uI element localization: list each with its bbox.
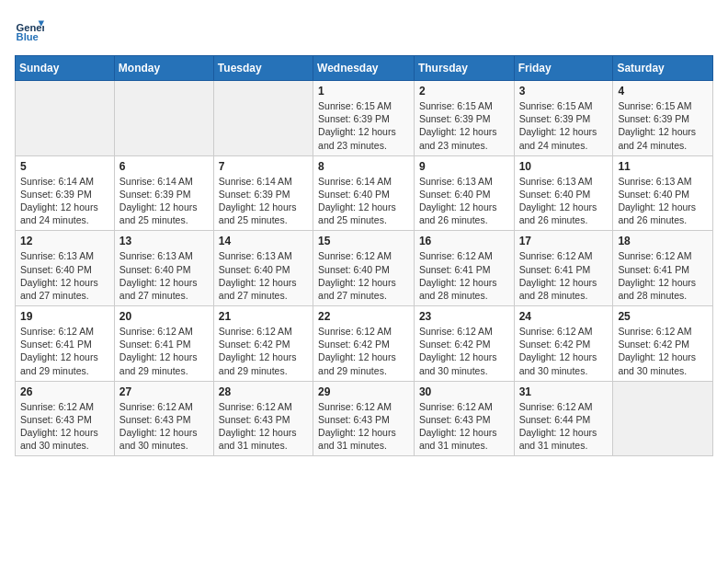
day-cell: 30Sunrise: 6:12 AM Sunset: 6:43 PM Dayli… — [414, 381, 514, 456]
day-info: Sunrise: 6:13 AM Sunset: 6:40 PM Dayligh… — [618, 175, 708, 227]
weekday-header-monday: Monday — [114, 56, 213, 81]
weekday-header-thursday: Thursday — [414, 56, 514, 81]
day-info: Sunrise: 6:12 AM Sunset: 6:44 PM Dayligh… — [519, 400, 609, 453]
day-cell: 29Sunrise: 6:12 AM Sunset: 6:43 PM Dayli… — [313, 381, 415, 456]
day-info: Sunrise: 6:14 AM Sunset: 6:40 PM Dayligh… — [318, 175, 409, 227]
day-number: 23 — [419, 310, 509, 323]
day-cell: 8Sunrise: 6:14 AM Sunset: 6:40 PM Daylig… — [313, 155, 415, 231]
day-number: 22 — [318, 310, 409, 323]
day-number: 7 — [219, 160, 308, 173]
page-header: General Blue — [15, 15, 713, 44]
day-number: 14 — [219, 235, 308, 247]
day-number: 18 — [618, 235, 708, 247]
day-info: Sunrise: 6:15 AM Sunset: 6:39 PM Dayligh… — [618, 99, 708, 152]
weekday-row: SundayMondayTuesdayWednesdayThursdayFrid… — [16, 56, 713, 81]
day-cell: 26Sunrise: 6:12 AM Sunset: 6:43 PM Dayli… — [16, 381, 115, 456]
day-number: 11 — [618, 160, 708, 173]
day-cell: 28Sunrise: 6:12 AM Sunset: 6:43 PM Dayli… — [213, 381, 313, 456]
day-cell: 10Sunrise: 6:13 AM Sunset: 6:40 PM Dayli… — [514, 155, 613, 231]
day-cell: 31Sunrise: 6:12 AM Sunset: 6:44 PM Dayli… — [514, 381, 613, 456]
day-info: Sunrise: 6:12 AM Sunset: 6:41 PM Dayligh… — [20, 325, 109, 377]
week-row-5: 26Sunrise: 6:12 AM Sunset: 6:43 PM Dayli… — [16, 381, 713, 456]
weekday-header-sunday: Sunday — [16, 56, 115, 81]
week-row-4: 19Sunrise: 6:12 AM Sunset: 6:41 PM Dayli… — [16, 306, 713, 382]
week-row-2: 5Sunrise: 6:14 AM Sunset: 6:39 PM Daylig… — [16, 155, 713, 231]
day-info: Sunrise: 6:12 AM Sunset: 6:43 PM Dayligh… — [219, 400, 308, 453]
day-info: Sunrise: 6:15 AM Sunset: 6:39 PM Dayligh… — [318, 99, 409, 152]
day-number: 15 — [318, 235, 409, 247]
logo-icon: General Blue — [15, 15, 44, 44]
day-cell: 4Sunrise: 6:15 AM Sunset: 6:39 PM Daylig… — [613, 81, 713, 156]
week-row-3: 12Sunrise: 6:13 AM Sunset: 6:40 PM Dayli… — [16, 231, 713, 306]
day-cell: 21Sunrise: 6:12 AM Sunset: 6:42 PM Dayli… — [213, 306, 313, 382]
day-cell: 20Sunrise: 6:12 AM Sunset: 6:41 PM Dayli… — [114, 306, 213, 382]
day-info: Sunrise: 6:12 AM Sunset: 6:42 PM Dayligh… — [519, 325, 609, 377]
svg-text:Blue: Blue — [17, 31, 39, 42]
day-info: Sunrise: 6:12 AM Sunset: 6:43 PM Dayligh… — [20, 400, 109, 453]
day-cell: 13Sunrise: 6:13 AM Sunset: 6:40 PM Dayli… — [114, 231, 213, 306]
day-info: Sunrise: 6:14 AM Sunset: 6:39 PM Dayligh… — [119, 175, 209, 227]
day-number: 16 — [419, 235, 509, 247]
day-number: 13 — [119, 235, 209, 247]
day-number: 6 — [119, 160, 209, 173]
day-info: Sunrise: 6:12 AM Sunset: 6:42 PM Dayligh… — [419, 325, 509, 377]
day-cell: 12Sunrise: 6:13 AM Sunset: 6:40 PM Dayli… — [16, 231, 115, 306]
weekday-header-tuesday: Tuesday — [213, 56, 313, 81]
day-cell: 14Sunrise: 6:13 AM Sunset: 6:40 PM Dayli… — [213, 231, 313, 306]
day-info: Sunrise: 6:14 AM Sunset: 6:39 PM Dayligh… — [219, 175, 308, 227]
day-cell: 15Sunrise: 6:12 AM Sunset: 6:40 PM Dayli… — [313, 231, 415, 306]
day-number: 12 — [20, 235, 109, 247]
day-number: 29 — [318, 385, 409, 398]
day-info: Sunrise: 6:14 AM Sunset: 6:39 PM Dayligh… — [20, 175, 109, 227]
day-cell: 25Sunrise: 6:12 AM Sunset: 6:42 PM Dayli… — [613, 306, 713, 382]
day-number: 17 — [519, 235, 609, 247]
day-cell: 27Sunrise: 6:12 AM Sunset: 6:43 PM Dayli… — [114, 381, 213, 456]
calendar-header: SundayMondayTuesdayWednesdayThursdayFrid… — [16, 56, 713, 81]
day-info: Sunrise: 6:13 AM Sunset: 6:40 PM Dayligh… — [519, 175, 609, 227]
day-number: 27 — [119, 385, 209, 398]
day-number: 26 — [20, 385, 109, 398]
day-number: 25 — [618, 310, 708, 323]
day-info: Sunrise: 6:12 AM Sunset: 6:41 PM Dayligh… — [119, 325, 209, 377]
day-cell: 18Sunrise: 6:12 AM Sunset: 6:41 PM Dayli… — [613, 231, 713, 306]
day-cell — [613, 381, 713, 456]
day-info: Sunrise: 6:12 AM Sunset: 6:43 PM Dayligh… — [419, 400, 509, 453]
day-number: 21 — [219, 310, 308, 323]
weekday-header-wednesday: Wednesday — [313, 56, 415, 81]
day-number: 8 — [318, 160, 409, 173]
day-info: Sunrise: 6:15 AM Sunset: 6:39 PM Dayligh… — [419, 99, 509, 152]
day-info: Sunrise: 6:13 AM Sunset: 6:40 PM Dayligh… — [219, 249, 308, 302]
day-cell: 16Sunrise: 6:12 AM Sunset: 6:41 PM Dayli… — [414, 231, 514, 306]
day-number: 5 — [20, 160, 109, 173]
day-cell — [114, 81, 213, 156]
day-info: Sunrise: 6:13 AM Sunset: 6:40 PM Dayligh… — [119, 249, 209, 302]
day-cell: 6Sunrise: 6:14 AM Sunset: 6:39 PM Daylig… — [114, 155, 213, 231]
day-number: 1 — [318, 85, 409, 98]
day-cell: 11Sunrise: 6:13 AM Sunset: 6:40 PM Dayli… — [613, 155, 713, 231]
weekday-header-saturday: Saturday — [613, 56, 713, 81]
day-cell: 7Sunrise: 6:14 AM Sunset: 6:39 PM Daylig… — [213, 155, 313, 231]
day-info: Sunrise: 6:12 AM Sunset: 6:42 PM Dayligh… — [219, 325, 308, 377]
logo: General Blue — [15, 15, 44, 44]
day-cell: 23Sunrise: 6:12 AM Sunset: 6:42 PM Dayli… — [414, 306, 514, 382]
day-cell: 1Sunrise: 6:15 AM Sunset: 6:39 PM Daylig… — [313, 81, 415, 156]
day-cell: 19Sunrise: 6:12 AM Sunset: 6:41 PM Dayli… — [16, 306, 115, 382]
day-cell — [16, 81, 115, 156]
day-number: 19 — [20, 310, 109, 323]
day-cell: 3Sunrise: 6:15 AM Sunset: 6:39 PM Daylig… — [514, 81, 613, 156]
day-info: Sunrise: 6:12 AM Sunset: 6:43 PM Dayligh… — [119, 400, 209, 453]
day-cell — [213, 81, 313, 156]
day-number: 30 — [419, 385, 509, 398]
day-number: 31 — [519, 385, 609, 398]
day-number: 9 — [419, 160, 509, 173]
weekday-header-friday: Friday — [514, 56, 613, 81]
day-number: 20 — [119, 310, 209, 323]
day-info: Sunrise: 6:12 AM Sunset: 6:42 PM Dayligh… — [318, 325, 409, 377]
day-cell: 9Sunrise: 6:13 AM Sunset: 6:40 PM Daylig… — [414, 155, 514, 231]
day-info: Sunrise: 6:13 AM Sunset: 6:40 PM Dayligh… — [419, 175, 509, 227]
day-number: 3 — [519, 85, 609, 98]
day-info: Sunrise: 6:13 AM Sunset: 6:40 PM Dayligh… — [20, 249, 109, 302]
day-info: Sunrise: 6:12 AM Sunset: 6:41 PM Dayligh… — [419, 249, 509, 302]
calendar-table: SundayMondayTuesdayWednesdayThursdayFrid… — [15, 55, 713, 456]
day-info: Sunrise: 6:12 AM Sunset: 6:42 PM Dayligh… — [618, 325, 708, 377]
